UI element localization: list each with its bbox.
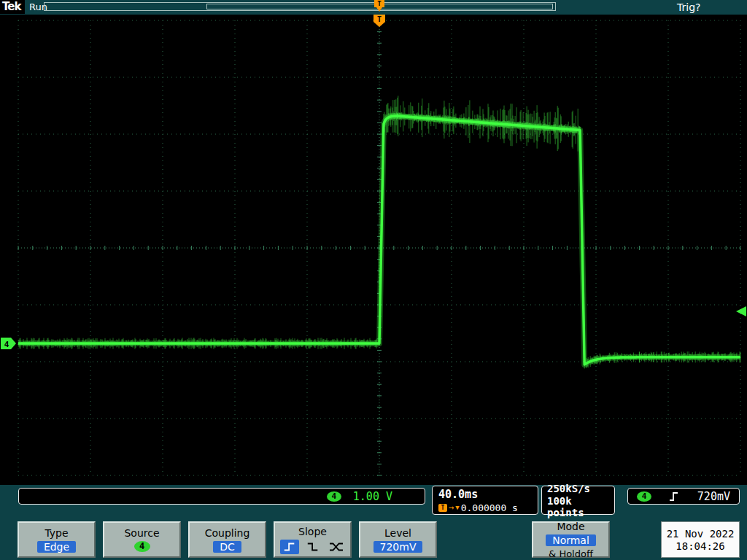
source-channel-badge: 4 (134, 541, 150, 552)
coupling-value: DC (213, 541, 241, 553)
mode-button[interactable]: Mode Normal & Holdoff (532, 521, 610, 558)
trigger-status: Trig? (677, 1, 700, 13)
either-edge-option[interactable] (327, 540, 346, 554)
horizontal-readout[interactable]: 40.0ms T → ▼ 0.000000 s (432, 486, 538, 515)
bottom-menu: Type Edge Source 4 Coupling DC Slope L (0, 518, 747, 560)
mode-value2: & Holdoff (549, 548, 593, 559)
trigger-level-marker[interactable] (736, 306, 746, 316)
graticule-and-waveform (18, 20, 740, 475)
type-value: Edge (37, 541, 76, 553)
trigger-position-marker-topbar[interactable]: T (374, 0, 384, 12)
trigger-down-arrow-icon (376, 7, 382, 12)
coupling-label: Coupling (205, 527, 250, 539)
trigger-position-flag[interactable]: T (374, 15, 385, 27)
time-value: 18:04:26 (676, 540, 724, 552)
coupling-button[interactable]: Coupling DC (188, 521, 266, 558)
trigger-level-value: 720mV (697, 490, 730, 503)
mode-value: Normal (546, 534, 596, 546)
datetime-display: 21 Nov 2022 18:04:26 (661, 521, 740, 558)
rising-edge-option[interactable] (280, 540, 299, 554)
trigger-source-badge: 4 (637, 491, 651, 502)
display-area: T 4 (0, 15, 747, 485)
falling-edge-option[interactable] (303, 540, 322, 554)
trigger-flag-label: T (377, 15, 382, 23)
level-value: 720mV (374, 541, 423, 553)
level-button[interactable]: Level 720mV (359, 521, 437, 558)
date-value: 21 Nov 2022 (667, 528, 735, 540)
type-label: Type (44, 527, 68, 539)
channel4-readout[interactable]: 4 1.00 V (18, 488, 425, 505)
timebase-value: 40.0ms (438, 488, 478, 501)
acquisition-readout: 250kS/s 100k points (541, 486, 615, 515)
record-length: 100k points (547, 495, 609, 518)
readout-bar: 4 1.00 V 40.0ms T → ▼ 0.000000 s 250kS/s… (0, 485, 747, 518)
channel4-badge: 4 (327, 491, 341, 502)
slope-label: Slope (298, 526, 327, 537)
trigger-t-icon: T (374, 0, 384, 7)
source-button[interactable]: Source 4 (103, 521, 181, 558)
tek-logo: Tek (0, 0, 25, 14)
trigger-position-value: 0.000000 s (461, 502, 518, 513)
slope-button[interactable]: Slope (274, 521, 352, 558)
sample-rate: 250kS/s (547, 483, 590, 494)
channel4-position-marker[interactable]: 4 (1, 338, 16, 349)
mode-label: Mode (557, 521, 584, 532)
record-view-bar (44, 2, 556, 11)
channel4-scale: 1.00 V (353, 490, 392, 503)
top-status-bar: Tek Run T Trig? (0, 0, 747, 15)
triangle-down-icon: ▼ (455, 504, 459, 512)
arrow-right-icon: → (449, 504, 454, 512)
channel4-marker-label: 4 (4, 340, 9, 349)
waveform-display: T 4 (0, 15, 747, 485)
level-label: Level (384, 527, 411, 539)
rising-edge-icon (668, 491, 680, 502)
trigger-readout[interactable]: 4 720mV (627, 488, 740, 505)
trigger-t-icon: T (438, 504, 447, 512)
source-label: Source (124, 527, 159, 539)
type-button[interactable]: Type Edge (18, 521, 96, 558)
